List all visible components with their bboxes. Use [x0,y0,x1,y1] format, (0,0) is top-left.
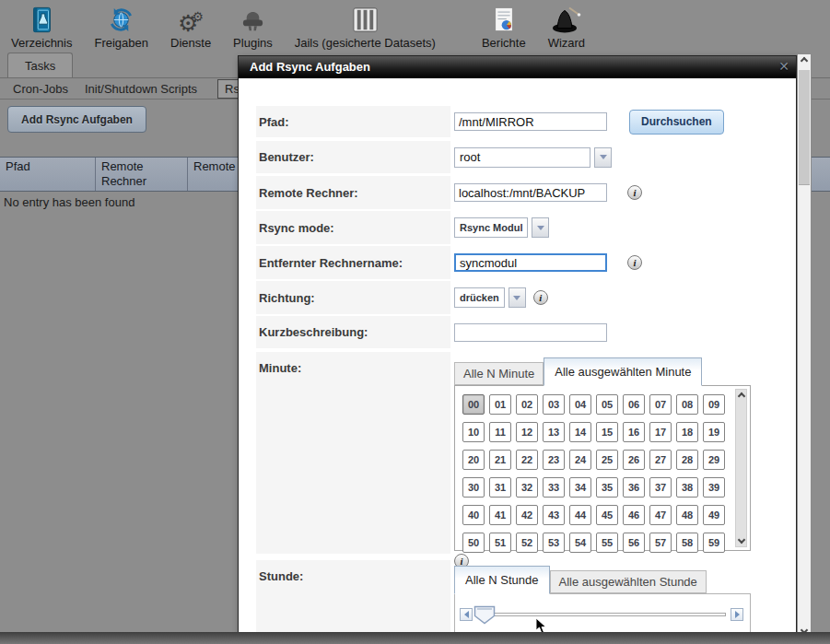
minute-cell-37[interactable]: 37 [649,477,672,498]
minute-cell-15[interactable]: 15 [596,422,618,442]
minute-cell-04[interactable]: 04 [569,394,591,415]
minute-cell-29[interactable]: 29 [703,450,725,470]
minute-cell-46[interactable]: 46 [623,505,645,525]
remote-rechner-input[interactable] [454,183,607,202]
minute-cell-13[interactable]: 13 [543,422,565,442]
minute-cell-51[interactable]: 51 [489,533,511,553]
benutzer-select[interactable]: root [454,147,612,168]
minute-cell-31[interactable]: 31 [489,477,511,498]
minute-cell-09[interactable]: 09 [703,394,725,415]
minute-cell-19[interactable]: 19 [703,422,725,442]
minute-cell-59[interactable]: 59 [703,533,725,553]
minute-grid-scrollbar[interactable] [735,389,747,547]
dialog-scrollbar[interactable] [797,53,812,638]
rsync-mode-select[interactable]: Rsync Modul [454,217,549,238]
minute-cell-23[interactable]: 23 [543,450,565,470]
tab-tasks[interactable]: Tasks [7,53,73,78]
minute-cell-03[interactable]: 03 [543,394,565,415]
minute-cell-58[interactable]: 58 [676,533,698,553]
slider-right-arrow[interactable] [731,608,743,621]
slider-track[interactable] [476,613,726,616]
minute-cell-16[interactable]: 16 [623,422,645,442]
minute-cell-43[interactable]: 43 [543,505,565,525]
scrollbar-thumb[interactable] [799,70,810,185]
minute-cell-14[interactable]: 14 [569,422,591,442]
toolbar-item-freigaben[interactable]: Freigaben [94,5,148,50]
minute-cell-54[interactable]: 54 [569,533,591,553]
chevron-down-icon[interactable] [532,217,549,238]
minute-cell-28[interactable]: 28 [676,450,698,470]
sub-tab-cron-jobs[interactable]: Cron-Jobs [13,82,68,96]
minute-cell-35[interactable]: 35 [596,477,618,498]
minute-cell-45[interactable]: 45 [596,505,618,525]
minute-tab-alle-ausgewählten-minute[interactable]: Alle ausgewählten Minute [544,357,702,386]
minute-cell-33[interactable]: 33 [543,477,565,498]
toolbar-item-verzeichnis[interactable]: Verzeichnis [11,5,72,50]
minute-cell-10[interactable]: 10 [462,422,485,442]
minute-cell-24[interactable]: 24 [569,450,591,470]
minute-cell-53[interactable]: 53 [543,533,565,553]
minute-cell-50[interactable]: 50 [462,533,485,553]
minute-cell-27[interactable]: 27 [649,450,672,470]
minute-cell-38[interactable]: 38 [676,477,698,498]
minute-cell-55[interactable]: 55 [596,533,618,553]
pfad-input[interactable] [454,112,607,131]
toolbar-item-berichte[interactable]: Berichte [482,5,526,50]
minute-cell-56[interactable]: 56 [623,533,645,553]
minute-cell-30[interactable]: 30 [462,477,485,498]
minute-cell-40[interactable]: 40 [462,505,485,525]
minute-cell-21[interactable]: 21 [489,450,511,470]
minute-cell-34[interactable]: 34 [569,477,591,498]
minute-cell-06[interactable]: 06 [623,394,645,415]
minute-cell-41[interactable]: 41 [489,505,511,525]
stunde-tab-alle-ausgewählten-stunde[interactable]: Alle ausgewählten Stunde [550,570,707,593]
toolbar-item-plugins[interactable]: Plugins [233,5,273,50]
close-icon[interactable]: ✕ [778,59,789,74]
slider-handle[interactable] [473,605,496,627]
kurzbeschreibung-input[interactable] [454,323,607,342]
table-column-remote-rechner[interactable]: Remote Rechner [96,158,188,191]
toolbar-item-dienste[interactable]: ⚙⚙Dienste [170,5,211,50]
minute-cell-47[interactable]: 47 [649,505,672,525]
minute-cell-05[interactable]: 05 [596,394,618,415]
minute-cell-00[interactable]: 00 [462,394,485,415]
minute-cell-44[interactable]: 44 [569,505,591,525]
minute-cell-11[interactable]: 11 [489,422,511,442]
toolbar-item-wizard[interactable]: Wizard [548,5,585,50]
table-column-pfad[interactable]: Pfad [0,158,96,191]
minute-cell-49[interactable]: 49 [703,505,725,525]
info-icon[interactable]: i [627,255,642,270]
chevron-down-icon[interactable] [509,287,526,308]
minute-cell-42[interactable]: 42 [516,505,538,525]
minute-cell-18[interactable]: 18 [676,422,698,442]
minute-cell-02[interactable]: 02 [516,394,538,415]
scroll-down-icon[interactable] [738,536,745,544]
info-icon[interactable]: i [533,290,548,305]
stunde-tab-alle-n-stunde[interactable]: Alle N Stunde [454,566,550,594]
minute-cell-20[interactable]: 20 [462,450,485,470]
sub-tab-init-shutdown-scripts[interactable]: Init/Shutdown Scripts [85,82,197,96]
info-icon[interactable]: i [627,185,642,200]
minute-cell-39[interactable]: 39 [703,477,725,498]
minute-cell-17[interactable]: 17 [649,422,672,442]
minute-cell-36[interactable]: 36 [623,477,645,498]
minute-cell-12[interactable]: 12 [516,422,538,442]
toolbar-item-jails[interactable]: Jails (gesicherte Datasets) [295,5,436,50]
browse-button[interactable]: Durchsuchen [629,110,724,135]
minute-cell-32[interactable]: 32 [516,477,538,498]
minute-tab-alle-n-minute[interactable]: Alle N Minute [454,362,544,385]
richtung-select[interactable]: drücken [454,287,526,308]
minute-cell-26[interactable]: 26 [623,450,645,470]
rechnername-input[interactable] [454,253,607,272]
minute-cell-52[interactable]: 52 [516,533,538,553]
minute-cell-25[interactable]: 25 [596,450,618,470]
minute-cell-07[interactable]: 07 [649,394,672,415]
slider-left-arrow[interactable] [460,608,473,621]
scroll-up-icon[interactable] [738,392,745,400]
add-rsync-button[interactable]: Add Rsync Aufgaben [7,106,146,133]
minute-cell-08[interactable]: 08 [676,394,698,415]
scroll-up-icon[interactable] [801,57,808,64]
minute-cell-48[interactable]: 48 [676,505,698,525]
chevron-down-icon[interactable] [594,147,612,168]
minute-cell-01[interactable]: 01 [489,394,511,415]
